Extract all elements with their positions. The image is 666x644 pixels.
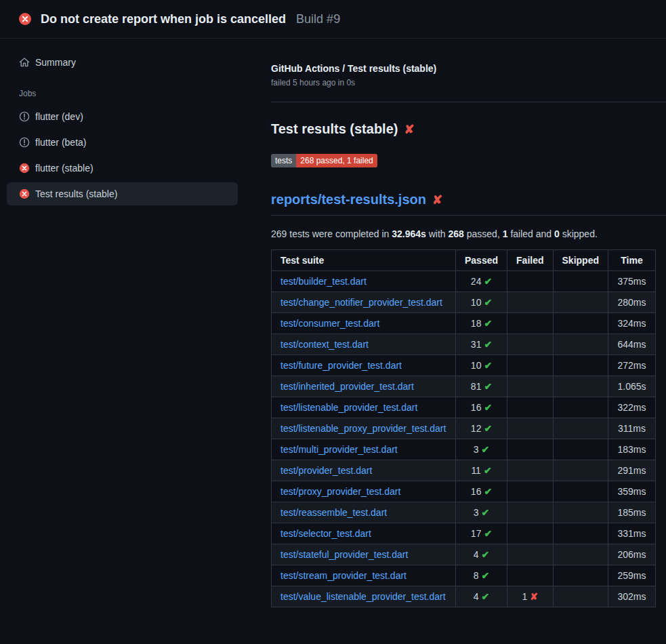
- results-table-body: test/builder_test.dart24✔375mstest/chang…: [272, 271, 656, 607]
- sidebar-job-item[interactable]: flutter (stable): [7, 157, 238, 180]
- table-row: test/future_provider_test.dart10✔272ms: [272, 355, 656, 376]
- passed-cell: 81✔: [456, 376, 507, 397]
- table-row: test/reassemble_test.dart3✔185ms: [272, 502, 656, 523]
- passed-cell: 11✔: [456, 460, 507, 481]
- test-suite-link[interactable]: test/value_listenable_provider_test.dart: [280, 591, 446, 602]
- sidebar-job-item[interactable]: flutter (beta): [7, 131, 238, 154]
- failed-cell: [507, 292, 553, 313]
- table-row: test/listenable_proxy_provider_test.dart…: [272, 418, 656, 439]
- test-suite-link[interactable]: test/selector_test.dart: [280, 528, 371, 539]
- passed-cell-value: 3: [474, 507, 479, 518]
- time-cell: 280ms: [608, 292, 655, 313]
- test-suite-cell: test/stateful_provider_test.dart: [272, 544, 456, 565]
- badge-value: 268 passed, 1 failed: [296, 154, 377, 167]
- test-suite-link[interactable]: test/change_notifier_provider_test.dart: [280, 297, 442, 308]
- build-number: Build #9: [296, 12, 340, 26]
- sidebar-job-label: flutter (dev): [35, 111, 83, 122]
- passed-cell-value: 24: [471, 276, 482, 287]
- test-suite-link[interactable]: test/provider_test.dart: [280, 465, 372, 476]
- failed-cell: [507, 565, 553, 586]
- failed-cell: [507, 334, 553, 355]
- time-cell: 185ms: [608, 502, 655, 523]
- check-icon: ✔: [482, 549, 490, 560]
- check-icon: ✔: [484, 465, 492, 476]
- table-row: test/provider_test.dart11✔291ms: [272, 460, 656, 481]
- passed-cell: 8✔: [456, 565, 507, 586]
- table-row: test/selector_test.dart17✔331ms: [272, 523, 656, 544]
- skipped-cell: [553, 313, 608, 334]
- check-icon: ✔: [484, 423, 492, 434]
- passed-cell: 31✔: [456, 334, 507, 355]
- skipped-cell: [553, 460, 608, 481]
- breadcrumb: GitHub Actions / Test results (stable): [271, 63, 666, 74]
- time-cell: 359ms: [608, 481, 655, 502]
- sidebar-jobs-list: flutter (dev)flutter (beta)flutter (stab…: [7, 105, 238, 205]
- report-file-link[interactable]: reports/test-results.json: [271, 192, 426, 207]
- table-row: test/multi_provider_test.dart3✔183ms: [272, 439, 656, 460]
- passed-cell: 17✔: [456, 523, 507, 544]
- test-suite-link[interactable]: test/reassemble_test.dart: [280, 507, 387, 518]
- failed-cell: 1✘: [507, 586, 553, 607]
- table-row: test/listenable_provider_test.dart16✔322…: [272, 397, 656, 418]
- time-cell: 272ms: [608, 355, 655, 376]
- summary-skipped: 0: [554, 228, 560, 239]
- test-suite-link[interactable]: test/listenable_provider_test.dart: [280, 402, 417, 413]
- summary-duration: 32.964s: [392, 228, 426, 239]
- time-cell: 324ms: [608, 313, 655, 334]
- sidebar-job-item[interactable]: Test results (stable): [7, 182, 238, 205]
- check-icon: ✔: [484, 528, 492, 539]
- failed-cell: [507, 355, 553, 376]
- table-row: test/stream_provider_test.dart8✔259ms: [272, 565, 656, 586]
- alert-circle-icon: [19, 137, 30, 148]
- test-suite-cell: test/listenable_proxy_provider_test.dart: [272, 418, 456, 439]
- sidebar-job-item[interactable]: flutter (dev): [7, 105, 238, 128]
- check-icon: ✔: [484, 486, 492, 497]
- time-cell: 302ms: [608, 586, 655, 607]
- test-suite-link[interactable]: test/proxy_provider_test.dart: [280, 486, 400, 497]
- test-suite-cell: test/context_test.dart: [272, 334, 456, 355]
- table-row: test/value_listenable_provider_test.dart…: [272, 586, 656, 607]
- passed-cell-value: 4: [474, 549, 479, 560]
- col-header-time: Time: [608, 250, 655, 271]
- test-suite-link[interactable]: test/stateful_provider_test.dart: [280, 549, 408, 560]
- test-suite-cell: test/future_provider_test.dart: [272, 355, 456, 376]
- x-circle-icon: [18, 12, 32, 26]
- section-title-text: Test results (stable): [271, 121, 398, 137]
- col-header-test-suite: Test suite: [272, 250, 456, 271]
- time-cell: 375ms: [608, 271, 655, 292]
- skipped-cell: [553, 292, 608, 313]
- passed-cell-value: 10: [471, 297, 482, 308]
- failed-cell: [507, 376, 553, 397]
- test-suite-link[interactable]: test/context_test.dart: [280, 339, 369, 350]
- test-suite-link[interactable]: test/future_provider_test.dart: [280, 360, 402, 371]
- run-header: Do not create report when job is cancell…: [0, 0, 666, 39]
- test-suite-link[interactable]: test/multi_provider_test.dart: [280, 444, 398, 455]
- passed-cell-value: 16: [471, 486, 482, 497]
- passed-cell-value: 81: [471, 381, 482, 392]
- sidebar-summary-label: Summary: [35, 57, 76, 68]
- test-suite-link[interactable]: test/inherited_provider_test.dart: [280, 381, 414, 392]
- passed-cell: 12✔: [456, 418, 507, 439]
- skipped-cell: [553, 439, 608, 460]
- passed-cell: 3✔: [456, 439, 507, 460]
- test-suite-cell: test/provider_test.dart: [272, 460, 456, 481]
- test-suite-link[interactable]: test/listenable_proxy_provider_test.dart: [280, 423, 446, 434]
- passed-cell-value: 17: [471, 528, 482, 539]
- table-row: test/builder_test.dart24✔375ms: [272, 271, 656, 292]
- failed-cell: [507, 481, 553, 502]
- test-suite-cell: test/multi_provider_test.dart: [272, 439, 456, 460]
- passed-cell-value: 31: [471, 339, 482, 350]
- failed-cell: [507, 313, 553, 334]
- passed-cell: 4✔: [456, 586, 507, 607]
- col-header-passed: Passed: [456, 250, 507, 271]
- sidebar-item-summary[interactable]: Summary: [7, 51, 238, 74]
- failed-cell: [507, 460, 553, 481]
- test-suite-link[interactable]: test/stream_provider_test.dart: [280, 570, 407, 581]
- passed-cell-value: 16: [471, 402, 482, 413]
- test-suite-cell: test/proxy_provider_test.dart: [272, 481, 456, 502]
- test-suite-link[interactable]: test/consumer_test.dart: [280, 318, 379, 329]
- test-suite-link[interactable]: test/builder_test.dart: [280, 276, 367, 287]
- passed-cell: 18✔: [456, 313, 507, 334]
- time-cell: 644ms: [608, 334, 655, 355]
- failed-x-icon: ✘: [432, 194, 442, 206]
